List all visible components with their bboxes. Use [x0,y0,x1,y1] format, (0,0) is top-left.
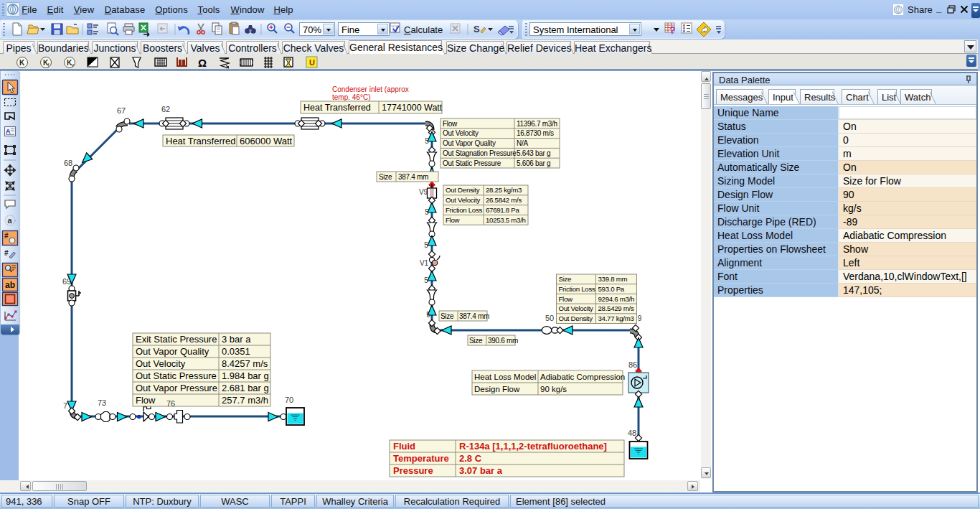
svg-text:16.8730 m/s: 16.8730 m/s [517,129,554,137]
svg-text:339.8 mm: 339.8 mm [598,275,628,283]
svg-text:Out Velocity: Out Velocity [559,304,594,312]
svg-text:Flow: Flow [136,395,156,406]
svg-text:68: 68 [64,159,72,167]
svg-text:V1: V1 [420,259,429,267]
svg-text:387.4 mm: 387.4 mm [398,173,428,181]
svg-text:Out Vapor Pressure: Out Vapor Pressure [136,383,217,393]
svg-text:257.7 m3/h: 257.7 m3/h [222,395,268,406]
svg-text:Out Velocity: Out Velocity [443,129,479,137]
svg-text:0.0351: 0.0351 [222,346,250,357]
svg-text:90 kg/s: 90 kg/s [540,385,567,393]
svg-text:Temperature: Temperature [393,453,449,464]
svg-text:3 bar a: 3 bar a [222,334,251,345]
svg-text:73: 73 [98,398,106,407]
svg-text:Size: Size [559,275,572,283]
svg-text:5.606 bar g: 5.606 bar g [517,159,550,167]
svg-text:#: # [4,232,9,240]
svg-text:f: f [48,62,50,67]
svg-text:Flow: Flow [446,216,461,224]
svg-text:V9: V9 [419,188,428,196]
svg-text:Adiabatic Compression: Adiabatic Compression [540,373,625,381]
svg-text:Out Vapor Quality: Out Vapor Quality [136,346,209,357]
svg-text:2.681 bar g: 2.681 bar g [222,383,269,393]
svg-text:62: 62 [161,105,170,113]
svg-text:Out Vapor Quality: Out Vapor Quality [443,139,496,147]
svg-text:#: # [4,249,9,257]
svg-text:593.0 Pa: 593.0 Pa [598,285,625,293]
svg-text:9294.6 m3/h: 9294.6 m3/h [598,295,635,303]
svg-text:76: 76 [166,399,175,408]
svg-text:v: v [72,62,75,67]
svg-text:34.77 kg/m3: 34.77 kg/m3 [598,314,634,322]
svg-text:67691.8 Pa: 67691.8 Pa [486,206,519,214]
svg-text:a: a [8,216,13,225]
svg-text:Heat Transferred: Heat Transferred [166,136,236,146]
svg-text:A: A [6,128,11,135]
svg-text:5: 5 [426,311,430,319]
svg-text:Out Density: Out Density [559,314,593,322]
svg-text:Heat Transferred: Heat Transferred [303,103,371,113]
svg-text:28.25 kg/m3: 28.25 kg/m3 [486,186,522,194]
svg-text:Flow: Flow [559,295,574,303]
svg-text:3.07 bar a: 3.07 bar a [459,465,503,476]
svg-text:U: U [309,58,315,67]
svg-text:Flow: Flow [443,120,458,128]
svg-text:Pressure: Pressure [393,465,433,476]
svg-text:Size: Size [469,337,483,345]
svg-text:17741000 Watt: 17741000 Watt [382,103,443,113]
svg-text:5: 5 [424,276,428,284]
svg-text:5.643 bar g: 5.643 bar g [517,149,550,157]
svg-text:Heat Loss Model: Heat Loss Model [474,373,536,381]
svg-text:Size: Size [379,173,392,181]
svg-text:2.8 C: 2.8 C [459,453,482,464]
svg-text:11396.7 m3/h: 11396.7 m3/h [517,120,557,128]
svg-text:Exit Static Pressure: Exit Static Pressure [136,334,217,345]
svg-text:Friction Loss: Friction Loss [559,285,595,293]
svg-text:Out Velocity: Out Velocity [136,358,186,369]
svg-text:ab: ab [5,280,15,290]
svg-text:5: 5 [425,208,429,216]
svg-text:5: 5 [424,241,428,249]
svg-text:7: 7 [63,401,67,410]
svg-text:N/A: N/A [517,139,528,147]
svg-text:10253.5 m3/h: 10253.5 m3/h [486,216,526,224]
svg-text:Out Velocity: Out Velocity [446,196,481,204]
svg-text:1.984 bar g: 1.984 bar g [222,370,269,381]
svg-text:Out Density: Out Density [446,186,480,194]
svg-text:temp. 46°C): temp. 46°C) [332,93,370,101]
svg-text:?: ? [669,24,676,36]
svg-text:50: 50 [545,314,554,322]
svg-text:Design Flow: Design Flow [474,385,520,393]
svg-text:9: 9 [638,314,642,322]
svg-text:K: K [19,59,25,67]
svg-text:S: S [473,24,480,34]
svg-text:8.4257 m/s: 8.4257 m/s [222,358,268,369]
svg-text:86: 86 [628,360,637,369]
svg-text:606000 Watt: 606000 Watt [240,136,293,146]
svg-text:67: 67 [117,106,126,115]
svg-text:70: 70 [285,396,293,404]
svg-text:Size: Size [440,312,454,320]
svg-text:Out Static Pressure: Out Static Pressure [443,159,501,167]
svg-text:Fluid: Fluid [393,441,415,452]
svg-text:Condenser inlet (approx: Condenser inlet (approx [332,85,409,93]
svg-text:Ω: Ω [198,57,207,69]
svg-text:28.5429 m/s: 28.5429 m/s [598,304,634,312]
svg-text:Friction Loss: Friction Loss [446,206,482,214]
svg-text:5: 5 [425,137,429,145]
svg-text:R-134a [1,1,1,2-tetrafluoroeth: R-134a [1,1,1,2-tetrafluoroethane] [459,441,607,452]
svg-text:Out Static Pressure: Out Static Pressure [136,370,217,381]
svg-text:390.6 mm: 390.6 mm [488,337,518,345]
svg-text:48: 48 [628,429,636,437]
svg-text:387.4 mm: 387.4 mm [459,312,489,320]
svg-text:26.5842 m/s: 26.5842 m/s [486,196,522,204]
svg-text:Out Stagnation Pressure: Out Stagnation Pressure [443,149,517,157]
